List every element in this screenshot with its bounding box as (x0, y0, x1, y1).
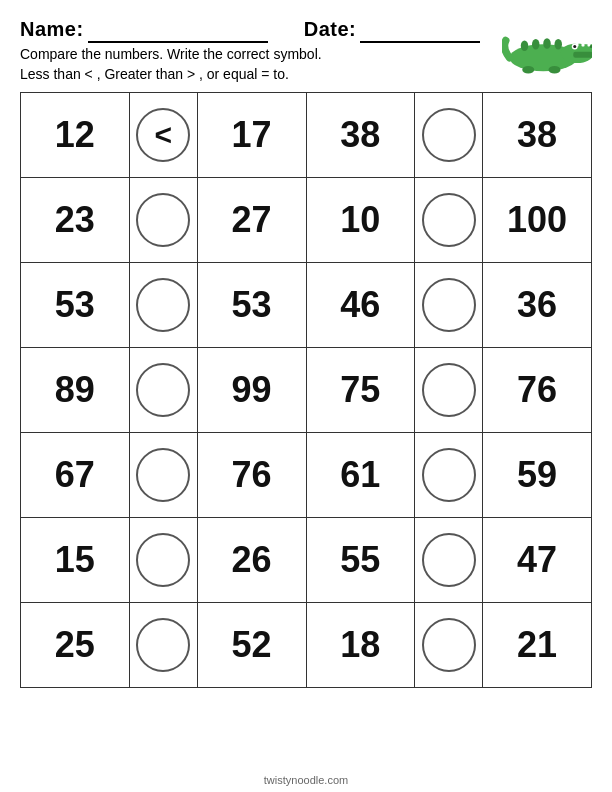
number: 27 (232, 199, 272, 240)
svg-point-11 (549, 66, 561, 74)
circle-right (422, 278, 476, 332)
left-num1-1: 23 (21, 178, 130, 263)
number: 61 (340, 454, 380, 495)
number: 23 (55, 199, 95, 240)
right-circle-5[interactable] (415, 518, 483, 603)
right-num1-0: 38 (306, 93, 415, 178)
right-circle-0[interactable] (415, 93, 483, 178)
number: 76 (232, 454, 272, 495)
left-num1-0: 12 (21, 93, 130, 178)
right-num2-5: 47 (483, 518, 592, 603)
header-left: Name: Date: Compare the numbers. Write t… (20, 18, 492, 90)
number: 18 (340, 624, 380, 665)
circle-left (136, 278, 190, 332)
name-underline (88, 18, 268, 43)
instructions-line2: Less than < , Greater than > , or equal … (20, 65, 492, 85)
number: 89 (55, 369, 95, 410)
right-circle-3[interactable] (415, 348, 483, 433)
left-num1-5: 15 (21, 518, 130, 603)
left-circle-3[interactable] (129, 348, 197, 433)
page: Name: Date: Compare the numbers. Write t… (0, 0, 612, 792)
svg-point-13 (532, 39, 540, 50)
left-num1-4: 67 (21, 433, 130, 518)
number: 26 (232, 539, 272, 580)
left-circle-5[interactable] (129, 518, 197, 603)
alligator-icon (502, 13, 592, 83)
right-num1-4: 61 (306, 433, 415, 518)
number: 59 (517, 454, 557, 495)
circle-left (136, 363, 190, 417)
number: 53 (232, 284, 272, 325)
circle-left (136, 618, 190, 672)
instructions-line1: Compare the numbers. Write the correct s… (20, 45, 492, 65)
left-num2-4: 76 (197, 433, 306, 518)
right-num2-1: 100 (483, 178, 592, 263)
right-num1-6: 18 (306, 603, 415, 688)
right-num2-0: 38 (483, 93, 592, 178)
right-num1-3: 75 (306, 348, 415, 433)
left-circle-1[interactable] (129, 178, 197, 263)
name-label: Name: (20, 18, 84, 40)
comparison-table: 12<1738382327101005353463689997576677661… (20, 92, 592, 688)
right-circle-1[interactable] (415, 178, 483, 263)
circle-left (136, 193, 190, 247)
circle-right (422, 108, 476, 162)
left-num2-1: 27 (197, 178, 306, 263)
circle-left: < (136, 108, 190, 162)
svg-point-15 (555, 39, 563, 50)
left-circle-2[interactable] (129, 263, 197, 348)
right-num1-1: 10 (306, 178, 415, 263)
number: 38 (517, 114, 557, 155)
number: 52 (232, 624, 272, 665)
number: 76 (517, 369, 557, 410)
number: 25 (55, 624, 95, 665)
left-circle-0[interactable]: < (129, 93, 197, 178)
date-underline (360, 18, 480, 43)
date-label: Date: (304, 18, 357, 40)
name-date-line: Name: Date: (20, 18, 492, 43)
right-num1-5: 55 (306, 518, 415, 603)
right-circle-6[interactable] (415, 603, 483, 688)
circle-right (422, 618, 476, 672)
left-num2-3: 99 (197, 348, 306, 433)
left-num2-0: 17 (197, 93, 306, 178)
right-num2-6: 21 (483, 603, 592, 688)
number: 100 (507, 199, 567, 240)
instructions: Compare the numbers. Write the correct s… (20, 45, 492, 84)
number: 21 (517, 624, 557, 665)
number: 12 (55, 114, 95, 155)
right-num2-3: 76 (483, 348, 592, 433)
header: Name: Date: Compare the numbers. Write t… (20, 18, 592, 90)
right-num2-4: 59 (483, 433, 592, 518)
right-num1-2: 46 (306, 263, 415, 348)
left-circle-6[interactable] (129, 603, 197, 688)
right-num2-2: 36 (483, 263, 592, 348)
left-num2-2: 53 (197, 263, 306, 348)
left-num1-6: 25 (21, 603, 130, 688)
circle-right (422, 363, 476, 417)
number: 55 (340, 539, 380, 580)
svg-rect-5 (582, 42, 585, 47)
circle-right (422, 193, 476, 247)
circle-left (136, 448, 190, 502)
right-circle-4[interactable] (415, 433, 483, 518)
left-circle-4[interactable] (129, 433, 197, 518)
left-num1-3: 89 (21, 348, 130, 433)
right-circle-2[interactable] (415, 263, 483, 348)
number: 46 (340, 284, 380, 325)
number: 75 (340, 369, 380, 410)
circle-right (422, 448, 476, 502)
footer: twistynoodle.com (20, 774, 592, 786)
number: 47 (517, 539, 557, 580)
svg-point-14 (543, 38, 551, 49)
left-num1-2: 53 (21, 263, 130, 348)
svg-point-10 (522, 66, 534, 74)
number: 10 (340, 199, 380, 240)
svg-point-8 (573, 45, 576, 48)
number: 15 (55, 539, 95, 580)
number: 36 (517, 284, 557, 325)
left-num2-5: 26 (197, 518, 306, 603)
number: 17 (232, 114, 272, 155)
number: 53 (55, 284, 95, 325)
svg-point-12 (521, 41, 529, 52)
